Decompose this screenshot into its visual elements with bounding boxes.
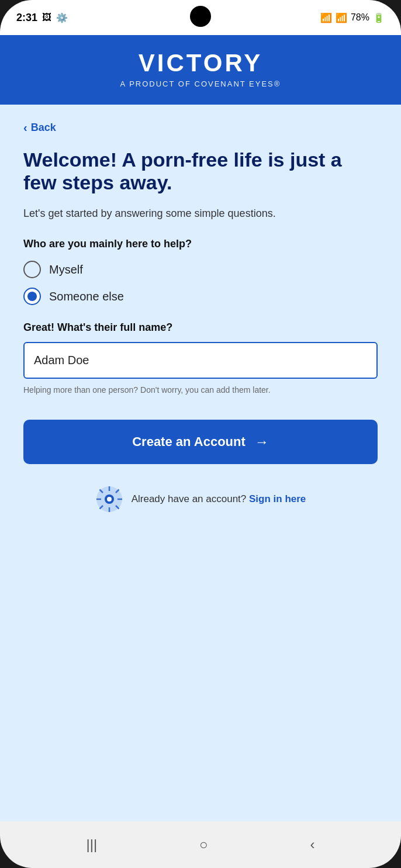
create-account-label: Create an Account	[132, 434, 246, 449]
arrow-icon: →	[255, 434, 269, 450]
app-title: VICTORY	[12, 49, 389, 77]
back-label: Back	[31, 122, 56, 134]
radio-label-myself: Myself	[49, 263, 83, 276]
question1-label: Who are you mainly here to help?	[23, 238, 378, 250]
settings-icon: ⚙️	[56, 12, 68, 23]
radio-option-myself[interactable]: Myself	[23, 261, 378, 278]
status-time: 2:31	[16, 12, 37, 24]
full-name-input[interactable]	[23, 342, 378, 379]
battery-icon: 🔋	[373, 12, 385, 23]
status-bar: 2:31 🖼 ⚙️ 📶 📶 78% 🔋	[0, 0, 401, 35]
nav-home-icon[interactable]: ○	[199, 836, 208, 853]
welcome-heading: Welcome! A porn-free life is just a few …	[23, 148, 378, 194]
question2-label: Great! What's their full name?	[23, 321, 378, 334]
signal-icon: 📶	[336, 12, 347, 23]
ce-logo-icon	[95, 485, 123, 513]
wifi-icon: 📶	[320, 12, 332, 23]
helper-text: Helping more than one person? Don't worr…	[23, 385, 378, 396]
phone-frame: 2:31 🖼 ⚙️ 📶 📶 78% 🔋 VICTORY A PRODUCT OF…	[0, 0, 401, 868]
radio-option-someone-else[interactable]: Someone else	[23, 288, 378, 305]
back-chevron-icon: ‹	[23, 121, 27, 134]
nav-menu-icon[interactable]: |||	[86, 836, 97, 853]
intro-text: Let's get started by answering some simp…	[23, 206, 378, 222]
status-icons: 📶 📶 78% 🔋	[320, 12, 385, 23]
radio-circle-someone-else[interactable]	[23, 288, 41, 305]
main-content: ‹ Back Welcome! A porn-free life is just…	[0, 105, 401, 821]
camera-notch	[190, 6, 211, 27]
sign-in-link[interactable]: Sign in here	[249, 493, 306, 504]
app-content: VICTORY A PRODUCT OF COVENANT EYES® ‹ Ba…	[0, 35, 401, 821]
app-header: VICTORY A PRODUCT OF COVENANT EYES®	[0, 35, 401, 105]
create-account-button[interactable]: Create an Account →	[23, 420, 378, 464]
photo-icon: 🖼	[42, 12, 51, 23]
nav-back-icon[interactable]: ‹	[310, 836, 315, 853]
radio-group: Myself Someone else	[23, 261, 378, 305]
status-left: 2:31 🖼 ⚙️	[16, 12, 68, 24]
sign-in-text: Already have an account? Sign in here	[132, 493, 306, 505]
back-button[interactable]: ‹ Back	[23, 121, 378, 134]
radio-circle-myself[interactable]	[23, 261, 41, 278]
sign-in-row: Already have an account? Sign in here	[23, 485, 378, 513]
svg-point-2	[107, 497, 112, 502]
bottom-nav: ||| ○ ‹	[0, 821, 401, 868]
battery-percent: 78%	[351, 12, 369, 23]
app-tagline: A PRODUCT OF COVENANT EYES®	[12, 79, 389, 88]
radio-label-someone-else: Someone else	[49, 290, 124, 303]
